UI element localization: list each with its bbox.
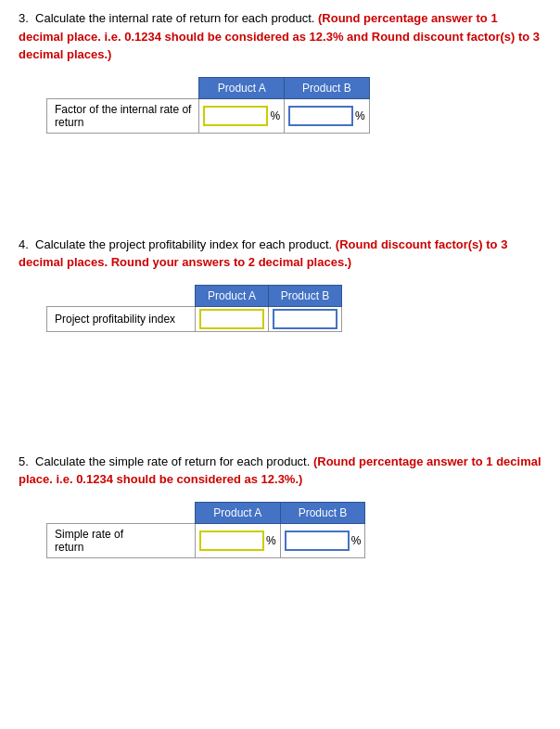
- q5-header-product-b: Product B: [280, 502, 365, 523]
- q3-product-b-percent: %: [355, 109, 365, 122]
- question-4-table: Product A Product B Project profitabilit…: [46, 285, 342, 332]
- q3-product-a-input[interactable]: [203, 106, 268, 126]
- q4-product-a-cell: [196, 306, 269, 331]
- question-3-text: 3. Calculate the internal rate of return…: [19, 9, 541, 64]
- question-3-table: Product A Product B Factor of the intern…: [46, 77, 370, 134]
- q5-product-a-cell: %: [196, 523, 281, 557]
- q3-header-empty: [47, 77, 199, 98]
- q4-header-product-a: Product A: [196, 285, 269, 306]
- q4-row-label: Project profitability index: [47, 306, 196, 331]
- q3-product-b-cell: %: [285, 98, 370, 133]
- page-container: 3. Calculate the internal rate of return…: [19, 9, 541, 558]
- q4-product-b-cell: [269, 306, 342, 331]
- question-5-table: Product A Product B Simple rate ofreturn…: [46, 502, 365, 558]
- q5-product-b-cell: %: [280, 523, 365, 557]
- q4-product-a-input[interactable]: [199, 309, 264, 329]
- question-5-number: 5. Calculate the simple rate of return f…: [19, 454, 313, 468]
- q4-product-a-wrapper: [199, 309, 264, 329]
- q3-header-product-a: Product A: [199, 77, 285, 98]
- question-3-block: 3. Calculate the internal rate of return…: [19, 9, 541, 134]
- q4-header-empty: [47, 285, 196, 306]
- q4-product-b-input[interactable]: [273, 309, 337, 329]
- q5-header-product-a: Product A: [196, 502, 281, 523]
- q4-product-b-wrapper: [273, 309, 337, 329]
- q3-row-label: Factor of the internal rate ofreturn: [47, 98, 199, 133]
- q4-header-product-b: Product B: [269, 285, 342, 306]
- q5-header-empty: [47, 502, 196, 523]
- q5-product-a-percent: %: [266, 534, 276, 547]
- question-3-number: 3. Calculate the internal rate of return…: [19, 11, 318, 25]
- q5-product-b-wrapper: %: [285, 531, 362, 551]
- table-row: Factor of the internal rate ofreturn % %: [47, 98, 370, 133]
- table-row: Simple rate ofreturn % %: [47, 523, 365, 557]
- q3-product-a-percent: %: [270, 109, 280, 122]
- q5-product-a-input[interactable]: [199, 531, 264, 551]
- q5-product-b-percent: %: [351, 534, 362, 547]
- q3-header-product-b: Product B: [285, 77, 370, 98]
- q3-product-a-cell: %: [199, 98, 285, 133]
- question-4-text: 4. Calculate the project profitability i…: [19, 236, 541, 272]
- q3-product-b-wrapper: %: [288, 106, 365, 126]
- q5-product-a-wrapper: %: [199, 531, 276, 551]
- q3-product-a-wrapper: %: [203, 106, 280, 126]
- q5-product-b-input[interactable]: [285, 531, 350, 551]
- question-5-text: 5. Calculate the simple rate of return f…: [19, 453, 541, 489]
- table-row: Project profitability index: [47, 306, 342, 331]
- question-4-block: 4. Calculate the project profitability i…: [19, 236, 541, 332]
- question-4-number: 4. Calculate the project profitability i…: [19, 237, 336, 251]
- question-5-block: 5. Calculate the simple rate of return f…: [19, 453, 541, 558]
- q5-row-label: Simple rate ofreturn: [47, 523, 196, 557]
- q3-product-b-input[interactable]: [288, 106, 353, 126]
